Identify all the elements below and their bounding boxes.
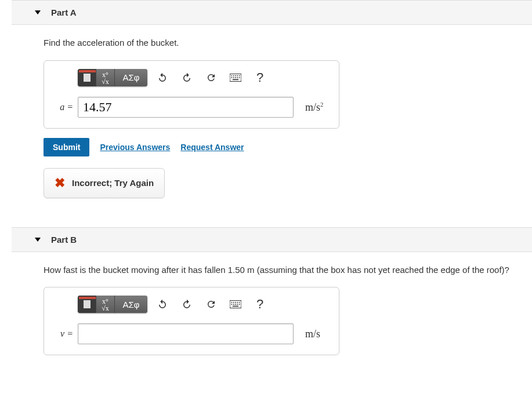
undo-button[interactable] (153, 69, 172, 86)
greek-label: ΑΣφ (122, 300, 139, 309)
unit-label-a: m/s2 (305, 101, 324, 114)
reset-button[interactable] (202, 296, 220, 313)
template-rect-button[interactable] (78, 69, 96, 86)
unit-label-b: m/s (305, 328, 320, 340)
answer-box-b: x°√x ΑΣφ ? (44, 287, 339, 355)
collapse-arrow-icon (35, 238, 41, 242)
svg-rect-11 (233, 79, 238, 80)
part-a-header[interactable]: Part A (12, 0, 532, 25)
template-math-button[interactable]: x°√x (96, 296, 115, 313)
svg-rect-19 (233, 304, 234, 305)
undo-icon (157, 299, 168, 309)
help-button[interactable]: ? (251, 69, 269, 86)
request-answer-link[interactable]: Request Answer (180, 143, 244, 152)
submit-button[interactable]: Submit (44, 138, 89, 156)
svg-rect-4 (237, 75, 238, 76)
rectangle-icon (84, 74, 91, 82)
part-a-section: Part A Find the acceleration of the buck… (0, 0, 532, 210)
redo-button[interactable] (178, 69, 196, 86)
svg-rect-14 (233, 302, 234, 303)
redo-button[interactable] (178, 296, 196, 313)
collapse-arrow-icon (35, 10, 41, 14)
equation-toolbar-b: x°√x ΑΣφ ? (78, 296, 330, 313)
svg-rect-6 (231, 77, 233, 78)
part-a-prompt: Find the acceleration of the bucket. (44, 37, 520, 50)
svg-rect-8 (235, 77, 236, 78)
redo-icon (182, 299, 192, 309)
part-a-title: Part A (51, 8, 77, 17)
svg-rect-1 (231, 75, 233, 76)
rectangle-icon (84, 300, 91, 308)
svg-rect-2 (233, 75, 234, 76)
template-buttons: x°√x ΑΣφ (78, 69, 147, 86)
equation-toolbar-a: x°√x ΑΣφ ? (78, 69, 330, 86)
svg-rect-10 (239, 77, 240, 78)
svg-rect-16 (237, 302, 238, 303)
help-button[interactable]: ? (251, 296, 269, 313)
svg-rect-22 (239, 304, 240, 305)
reset-icon (206, 72, 216, 83)
reset-icon (206, 299, 216, 309)
answer-input-b[interactable] (78, 323, 294, 344)
part-b-title: Part B (51, 235, 77, 245)
redo-icon (182, 72, 192, 83)
svg-rect-9 (237, 77, 238, 78)
part-b-body: How fast is the bucket moving after it h… (0, 252, 532, 367)
part-b-section: Part B How fast is the bucket moving aft… (0, 227, 532, 367)
keyboard-button[interactable] (226, 296, 245, 313)
input-row-b: v = m/s (53, 323, 330, 344)
reset-button[interactable] (202, 69, 220, 86)
keyboard-button[interactable] (226, 69, 245, 86)
keyboard-icon (230, 74, 241, 82)
answer-input-a[interactable] (78, 97, 294, 118)
template-rect-button[interactable] (78, 296, 96, 313)
answer-box-a: x°√x ΑΣφ ? (44, 60, 339, 129)
svg-rect-3 (235, 75, 236, 76)
variable-label-a: a = (53, 102, 73, 112)
svg-rect-21 (237, 304, 238, 305)
part-b-header[interactable]: Part B (12, 227, 532, 252)
feedback-box: ✖ Incorrect; Try Again (44, 168, 165, 198)
template-math-button[interactable]: x°√x (96, 69, 115, 86)
help-icon: ? (256, 297, 263, 312)
help-icon: ? (256, 70, 263, 85)
svg-rect-13 (231, 302, 233, 303)
greek-letters-button[interactable]: ΑΣφ (115, 69, 147, 86)
greek-label: ΑΣφ (122, 72, 139, 82)
undo-icon (157, 72, 168, 83)
input-row-a: a = m/s2 (53, 97, 330, 118)
svg-rect-15 (235, 302, 236, 303)
variable-label-b: v = (53, 329, 73, 339)
sqrt-fraction-icon: x°√x (102, 70, 109, 85)
action-row-a: Submit Previous Answers Request Answer (44, 138, 520, 156)
svg-rect-5 (239, 75, 240, 76)
previous-answers-link[interactable]: Previous Answers (100, 143, 170, 152)
svg-rect-20 (235, 304, 236, 305)
part-a-body: Find the acceleration of the bucket. x°√… (0, 25, 532, 210)
undo-button[interactable] (153, 296, 172, 313)
incorrect-x-icon: ✖ (55, 177, 65, 190)
svg-rect-23 (233, 306, 238, 307)
template-buttons: x°√x ΑΣφ (78, 296, 147, 313)
feedback-text: Incorrect; Try Again (72, 178, 154, 188)
part-b-prompt: How fast is the bucket moving after it h… (44, 264, 520, 277)
greek-letters-button[interactable]: ΑΣφ (115, 296, 147, 313)
svg-rect-7 (233, 77, 234, 78)
svg-rect-18 (231, 304, 233, 305)
svg-rect-17 (239, 302, 240, 303)
sqrt-fraction-icon: x°√x (102, 297, 109, 312)
keyboard-icon (230, 300, 241, 308)
